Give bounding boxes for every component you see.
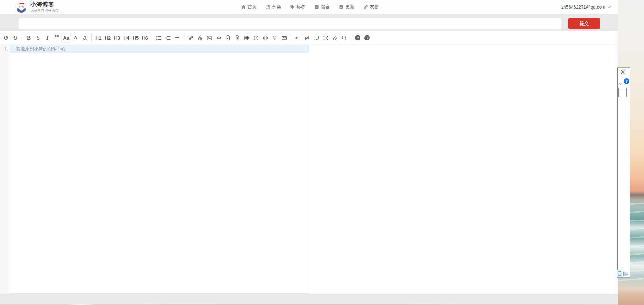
account-menu[interactable]: zh56462271@qq.com	[561, 4, 611, 10]
lowercase-button[interactable]: a	[80, 33, 89, 43]
pagebreak-button[interactable]	[279, 33, 289, 43]
list-ul-button[interactable]	[154, 33, 163, 43]
chevron-down-icon	[607, 6, 611, 8]
help-icon[interactable]: ?	[624, 78, 629, 84]
h2-button[interactable]: H2	[103, 33, 112, 43]
markdown-editor: ↺ ↻ B S I “ Aa A a H1 H2 H3 H4 H5 H6	[0, 31, 618, 293]
copyright-icon: ©	[273, 35, 276, 40]
clock-icon	[253, 35, 259, 41]
main-nav: 首页 分类 标签 留言 更新	[241, 4, 379, 10]
bold-button[interactable]: B	[24, 33, 33, 43]
site-brand[interactable]: 小海博客 记录学习成长历程	[15, 1, 59, 13]
h4-button[interactable]: H4	[122, 33, 131, 43]
site-title: 小海博客	[30, 1, 59, 8]
help-icon: ?	[355, 35, 360, 40]
table-button[interactable]	[242, 33, 251, 43]
watch-button[interactable]	[302, 33, 312, 43]
nav-label: 分类	[272, 4, 281, 10]
datetime-button[interactable]	[251, 33, 261, 43]
markdown-preview-pane	[309, 45, 618, 294]
panel-divider	[618, 86, 630, 86]
h1-icon: H1	[95, 35, 101, 40]
list-ul-icon	[156, 35, 162, 41]
image-icon	[207, 35, 212, 41]
redo-button[interactable]: ↻	[11, 33, 20, 43]
inline-code-button[interactable]: </>	[214, 33, 223, 43]
reference-link-button[interactable]	[195, 33, 205, 43]
italic-button[interactable]: I	[43, 33, 52, 43]
category-icon	[265, 4, 270, 10]
search-button[interactable]	[340, 33, 349, 43]
image-button[interactable]	[205, 33, 214, 43]
terminal-icon: >_	[295, 36, 300, 40]
emoji-button[interactable]	[261, 33, 270, 43]
composer-row: 提交	[0, 14, 618, 31]
fullscreen-button[interactable]	[321, 33, 330, 43]
nav-label: 首页	[247, 4, 257, 10]
lowercase-icon: a	[83, 34, 86, 41]
file-code-icon	[225, 35, 231, 41]
search-icon	[341, 35, 347, 41]
list-ol-button[interactable]: 123	[163, 33, 173, 43]
blog-page: 小海博客 记录学习成长历程 首页 分类 标签	[0, 0, 618, 304]
toolbar-divider	[22, 34, 22, 42]
nav-item-home[interactable]: 首页	[241, 4, 257, 10]
link-button[interactable]	[186, 33, 195, 43]
h5-button[interactable]: H5	[131, 33, 140, 43]
nav-item-messages[interactable]: 留言	[314, 4, 330, 10]
h2-icon: H2	[105, 35, 111, 40]
post-title-input[interactable]	[18, 18, 562, 29]
editor-code-area[interactable]: 1 欢迎来到小海的创作中心	[0, 45, 618, 294]
undo-button[interactable]: ↺	[1, 33, 11, 43]
horizontal-rule-button[interactable]	[173, 33, 182, 43]
smiley-icon	[263, 35, 268, 41]
preview-button[interactable]	[312, 33, 321, 43]
close-icon[interactable]: ×	[620, 69, 625, 75]
nav-item-tags[interactable]: 标签	[290, 4, 305, 10]
nav-item-friend-links[interactable]: 友链	[363, 4, 379, 10]
info-button[interactable]: i	[362, 33, 372, 43]
eye-slash-icon	[304, 35, 310, 41]
ucwords-button[interactable]: Aa	[61, 33, 71, 43]
h3-button[interactable]: H3	[112, 33, 122, 43]
nav-item-updates[interactable]: 更新	[339, 4, 354, 10]
editor-content-line[interactable]: 欢迎来到小海的创作中心	[16, 45, 66, 53]
site-header: 小海博客 记录学习成长历程 首页 分类 标签	[0, 0, 618, 14]
uppercase-icon: A	[74, 35, 77, 40]
bold-icon: B	[27, 35, 31, 41]
html-entities-button[interactable]: ©	[270, 33, 279, 43]
update-icon	[339, 4, 344, 10]
italic-icon: I	[46, 35, 49, 41]
h5-icon: H5	[133, 35, 139, 40]
list-view-icon[interactable]	[617, 270, 622, 277]
tag-icon	[290, 4, 295, 10]
svg-text:3: 3	[165, 39, 167, 40]
strikethrough-button[interactable]: S	[33, 33, 43, 43]
nav-label: 更新	[345, 4, 354, 10]
ucwords-icon: Aa	[63, 35, 69, 40]
editor-toolbar: ↺ ↻ B S I “ Aa A a H1 H2 H3 H4 H5 H6	[0, 31, 618, 45]
help-button[interactable]: ?	[353, 33, 362, 43]
goto-line-button[interactable]: >_	[293, 33, 302, 43]
link-icon	[188, 35, 194, 41]
toolbar-divider	[351, 34, 351, 42]
site-tagline: 记录学习成长历程	[30, 9, 59, 13]
h6-button[interactable]: H6	[140, 33, 150, 43]
quote-button[interactable]: “	[52, 33, 61, 43]
preformatted-text-button[interactable]	[223, 33, 233, 43]
toolbar-divider	[91, 34, 92, 42]
uppercase-button[interactable]: A	[71, 33, 80, 43]
code-block-button[interactable]	[233, 33, 242, 43]
site-logo-avatar-icon	[15, 1, 27, 13]
panel-input[interactable]	[618, 88, 627, 97]
account-email: zh56462271@qq.com	[561, 4, 605, 10]
nav-item-category[interactable]: 分类	[265, 4, 281, 10]
newspaper-icon	[281, 35, 287, 41]
h1-button[interactable]: H1	[94, 33, 103, 43]
submit-button[interactable]: 提交	[568, 18, 600, 29]
chevron-down-icon[interactable]	[618, 81, 622, 86]
info-icon: i	[364, 35, 370, 40]
h6-icon: H6	[142, 35, 148, 40]
clear-button[interactable]	[330, 33, 340, 43]
image-thumbnail-icon[interactable]	[623, 272, 628, 276]
